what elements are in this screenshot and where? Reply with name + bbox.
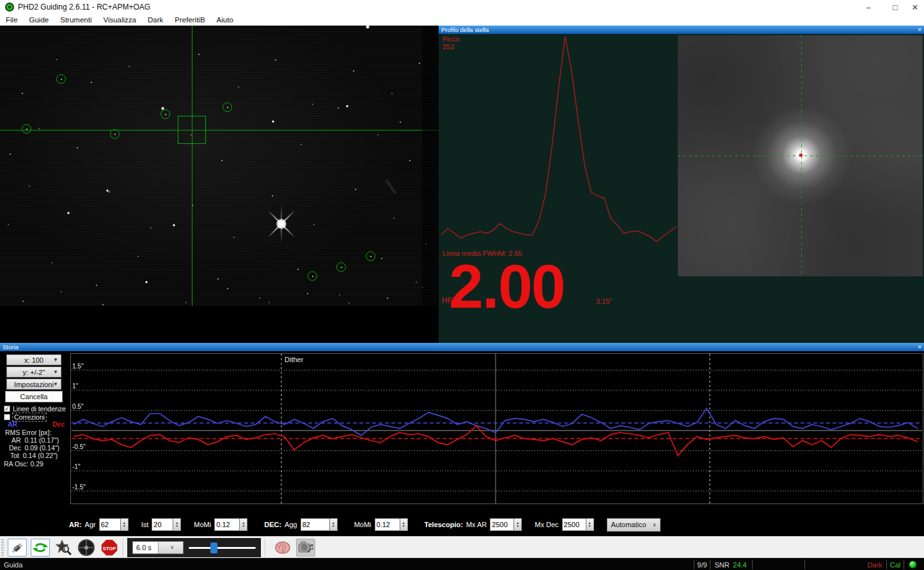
star: [312, 104, 313, 105]
guide-button[interactable]: [77, 539, 96, 557]
guide-camera-image[interactable]: [0, 26, 439, 306]
bright-star-with-spikes: [262, 205, 301, 243]
menu-file[interactable]: File: [0, 16, 24, 24]
star: [51, 262, 52, 264]
star: [22, 301, 24, 302]
stop-button[interactable]: STOP: [100, 539, 119, 557]
status-dark: Dark: [865, 558, 885, 570]
ist-input[interactable]: [152, 518, 173, 531]
mxdec-input[interactable]: [562, 518, 586, 531]
bright-star: [173, 224, 175, 226]
menu-visualizza[interactable]: Visualizza: [97, 16, 142, 24]
agr-label: Agr: [85, 521, 96, 528]
star: [387, 297, 388, 299]
guide-star-circle: [336, 262, 346, 272]
menu-guide[interactable]: Guide: [24, 16, 55, 24]
menu-dark[interactable]: Dark: [142, 16, 169, 24]
mxdec-spinner[interactable]: ▲▼: [562, 518, 594, 531]
history-close-icon[interactable]: ×: [918, 344, 921, 350]
status-bar: Guida 9/9 SNR 24.4 Dark Cal: [0, 558, 924, 570]
history-header: Storia ×: [0, 343, 924, 351]
momi1-input[interactable]: [214, 518, 240, 531]
history-graph: 1.5"1"0.5"-0.5"-1"-1.5": [70, 353, 923, 514]
agr-input[interactable]: [99, 518, 121, 531]
y-scale-dropdown[interactable]: y: +/-2"▼: [6, 367, 61, 377]
gamma-slider[interactable]: [189, 541, 256, 554]
guide-camera-pane: [0, 26, 439, 343]
star-profile-close-icon[interactable]: ×: [918, 27, 921, 33]
star: [22, 93, 23, 94]
guide-params-row: AR: Agr ▲▼ Ist ▲▼ MoMi ▲▼ DEC: Agg ▲▼ Mo…: [69, 516, 920, 534]
momi2-input[interactable]: [375, 518, 400, 531]
mxar-spinner[interactable]: ▲▼: [490, 518, 522, 531]
ist-spinner[interactable]: ▲▼: [152, 518, 181, 531]
slider-groove: [189, 547, 256, 549]
momi2-spinner[interactable]: ▲▼: [375, 518, 408, 531]
star: [339, 294, 340, 296]
star-profile-plot: [440, 34, 678, 246]
phd2-window: PHD2 Guiding 2.6.11 - RC+APM+OAG – □ ✕ F…: [0, 0, 924, 570]
star: [275, 59, 276, 61]
loop-exposure-button[interactable]: [31, 539, 50, 557]
checkbox-checked-icon: ✓: [4, 406, 10, 412]
star: [391, 93, 393, 94]
star: [233, 237, 235, 238]
star: [400, 122, 401, 123]
centroid-marker: [799, 154, 803, 157]
bright-star: [272, 120, 274, 123]
star: [217, 278, 219, 280]
telescope-section-label: Telescopio:: [425, 521, 463, 528]
dec-section-label: DEC:: [264, 521, 281, 528]
crosshair-horizontal: [0, 130, 439, 131]
star: [150, 227, 152, 228]
star: [272, 195, 273, 196]
star: [419, 63, 420, 64]
star: [353, 70, 354, 72]
exposure-select[interactable]: 6.0 s ∨: [132, 541, 184, 554]
main-toolbar: STOP 6.0 s ∨: [0, 536, 924, 558]
guide-star-circle: [223, 102, 232, 112]
status-led-green: [909, 561, 916, 568]
x-scale-dropdown[interactable]: x: 100▼: [6, 354, 61, 365]
camera-settings-button-disabled: [296, 539, 315, 557]
frame-edge-shadow: [422, 26, 439, 306]
star: [393, 218, 395, 219]
agg-input[interactable]: [301, 518, 330, 531]
menu-preferiti[interactable]: PreferitiB: [169, 16, 210, 24]
guide-mode-select[interactable]: Automatico ∨: [607, 518, 661, 532]
close-button[interactable]: ✕: [904, 0, 924, 14]
momi1-spinner[interactable]: ▲▼: [214, 518, 247, 531]
toolbar-separator: [265, 539, 265, 557]
star: [377, 134, 379, 136]
menu-strumenti[interactable]: Strumenti: [54, 16, 97, 24]
mxar-input[interactable]: [490, 518, 514, 531]
momi2-label: MoMi: [354, 521, 372, 528]
settings-dropdown[interactable]: Impostazioni▼: [6, 379, 61, 390]
guide-star-circle: [161, 109, 170, 119]
status-cal: Cal: [888, 558, 903, 570]
rms-dec: Dec 0.09 (0.14"): [9, 444, 59, 452]
star: [109, 191, 110, 193]
history-pane: Storia × x: 100▼ y: +/-2"▼ Impostazioni▼…: [0, 343, 924, 536]
clear-button[interactable]: Cancella: [5, 391, 63, 402]
advanced-settings-button[interactable]: [273, 539, 292, 557]
connect-equipment-button[interactable]: [8, 539, 27, 557]
minimize-button[interactable]: –: [857, 0, 879, 14]
maximize-button[interactable]: □: [884, 0, 906, 14]
sensor-noise: [0, 26, 439, 306]
trend-lines-checkbox[interactable]: ✓ Linee di tendenze: [4, 405, 66, 413]
star: [301, 144, 302, 145]
momi1-label: MoMi: [194, 521, 211, 528]
toolbar-grip[interactable]: [1, 539, 4, 556]
auto-select-star-button[interactable]: [54, 539, 73, 557]
agr-spinner[interactable]: ▲▼: [99, 518, 129, 531]
star-profile-title: Profilo della stella: [441, 26, 489, 33]
svg-text:-1.5": -1.5": [72, 484, 86, 491]
slider-handle[interactable]: [210, 542, 217, 553]
menu-aiuto[interactable]: Aiuto: [211, 16, 239, 24]
agg-spinner[interactable]: ▲▼: [301, 518, 338, 531]
star: [77, 147, 78, 148]
star-profile-pane: Profilo della stella × Picco 253 Linea m…: [439, 26, 924, 343]
camera-wrench-icon: [298, 541, 313, 555]
rms-header: RMS Error [px]:: [5, 429, 51, 436]
